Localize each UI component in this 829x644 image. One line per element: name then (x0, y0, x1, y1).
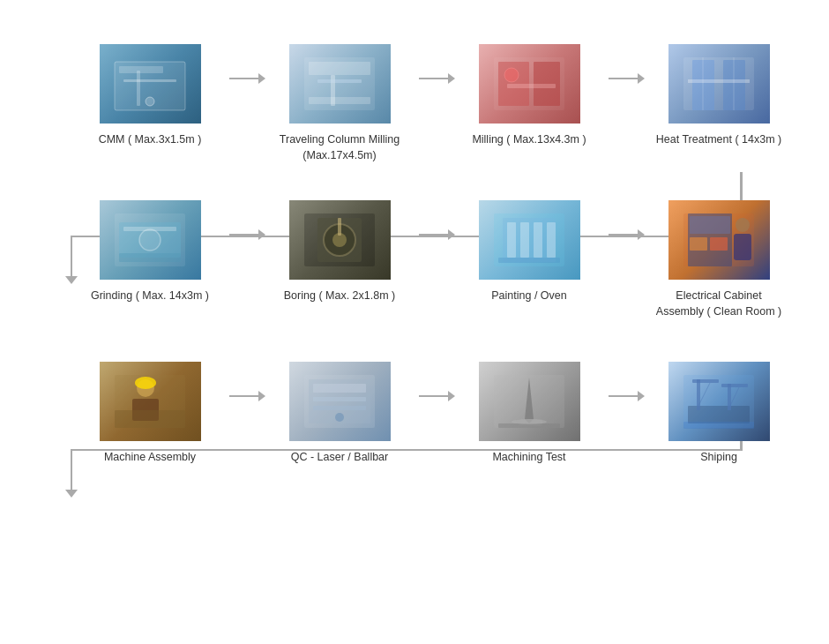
svg-rect-53 (115, 410, 185, 428)
svg-point-18 (504, 68, 519, 82)
img-shiping (668, 362, 770, 441)
svg-point-52 (135, 377, 156, 389)
svg-rect-68 (692, 379, 719, 383)
label-electrical: Electrical Cabinet Assembly ( Clean Room… (656, 288, 781, 319)
svg-rect-6 (123, 79, 176, 82)
svg-rect-71 (721, 384, 748, 387)
svg-rect-13 (317, 79, 362, 83)
img-heat-treatment (668, 44, 770, 124)
item-traveling-milling: Traveling Column Milling (Max.17x4.5m) (260, 44, 419, 163)
svg-point-64 (512, 419, 547, 424)
label-shiping: Shiping (700, 450, 737, 466)
img-machining-test (479, 362, 580, 441)
img-grinding (100, 200, 201, 280)
label-boring: Boring ( Max. 2x1.8m ) (284, 288, 395, 304)
connector-row1-down (71, 236, 72, 280)
svg-point-47 (736, 218, 750, 232)
arrow-g-b (229, 234, 260, 236)
svg-rect-5 (119, 66, 163, 73)
svg-point-59 (335, 413, 344, 422)
svg-rect-17 (507, 84, 556, 88)
svg-rect-27 (119, 253, 181, 262)
connector-row2-down (71, 449, 72, 493)
svg-rect-37 (507, 222, 516, 258)
svg-rect-73 (683, 422, 754, 429)
label-grinding: Grinding ( Max. 14x3m ) (91, 288, 209, 304)
svg-rect-45 (690, 237, 707, 251)
img-machine-assembly (100, 362, 201, 441)
item-grinding: Grinding ( Max. 14x3m ) (71, 200, 229, 304)
img-painting (479, 200, 580, 280)
arrow-mt-sh (609, 395, 639, 397)
connector-row2-horizontal (71, 449, 743, 451)
label-machine-assembly: Machine Assembly (104, 450, 196, 466)
svg-rect-22 (688, 79, 750, 83)
svg-rect-39 (534, 222, 542, 258)
img-qc (289, 362, 391, 441)
arrowhead-row3 (65, 490, 78, 498)
process-container: CMM ( Max.3x1.5m ) Traveling Column Mill… (0, 0, 829, 644)
arrow-p-e (609, 234, 639, 236)
item-painting: Painting / Oven (450, 200, 609, 304)
row1: CMM ( Max.3x1.5m ) Traveling Column Mill… (71, 44, 829, 163)
img-electrical (668, 200, 770, 280)
img-boring (289, 200, 391, 280)
arrow-3-4 (609, 78, 639, 79)
label-cmm: CMM ( Max.3x1.5m ) (99, 132, 202, 148)
img-traveling-milling (289, 44, 391, 124)
item-milling: Milling ( Max.13x4.3m ) (450, 44, 609, 148)
label-painting: Painting / Oven (491, 288, 566, 304)
item-boring: Boring ( Max. 2x1.8m ) (260, 200, 419, 304)
svg-rect-41 (498, 258, 560, 263)
svg-rect-56 (313, 384, 366, 393)
label-heat-treatment: Heat Treatment ( 14x3m ) (656, 132, 781, 148)
svg-rect-10 (309, 62, 370, 75)
svg-rect-34 (338, 218, 341, 236)
label-machining-test: Machining Test (492, 450, 565, 466)
label-qc: QC - Laser / Ballbar (291, 450, 388, 466)
svg-rect-48 (734, 234, 751, 260)
svg-rect-57 (313, 397, 366, 401)
arrow-qc-mt (419, 395, 450, 397)
label-traveling-milling: Traveling Column Milling (Max.17x4.5m) (280, 132, 400, 163)
item-heat-treatment: Heat Treatment ( 14x3m ) (639, 44, 798, 148)
img-cmm (100, 44, 201, 124)
svg-rect-46 (710, 237, 728, 251)
item-cmm: CMM ( Max.3x1.5m ) (71, 44, 229, 148)
svg-rect-44 (690, 216, 730, 234)
item-electrical: Electrical Cabinet Assembly ( Clean Room… (639, 200, 798, 319)
svg-rect-38 (520, 222, 529, 258)
svg-rect-7 (137, 71, 140, 106)
arrow-2-3 (419, 78, 450, 79)
svg-point-8 (146, 97, 154, 106)
arrow-1-2 (229, 78, 260, 79)
img-milling (479, 44, 580, 124)
svg-rect-58 (313, 406, 366, 410)
svg-rect-70 (728, 384, 731, 410)
label-milling: Milling ( Max.13x4.3m ) (472, 132, 586, 148)
svg-rect-12 (309, 97, 370, 104)
row2: Grinding ( Max. 14x3m ) Boring ( Max. 2x… (71, 200, 829, 319)
arrow-ma-qc (229, 395, 260, 397)
svg-point-29 (139, 229, 161, 251)
arrowhead-row2 (65, 276, 78, 284)
arrow-b-p (419, 234, 450, 236)
svg-rect-40 (547, 222, 556, 258)
